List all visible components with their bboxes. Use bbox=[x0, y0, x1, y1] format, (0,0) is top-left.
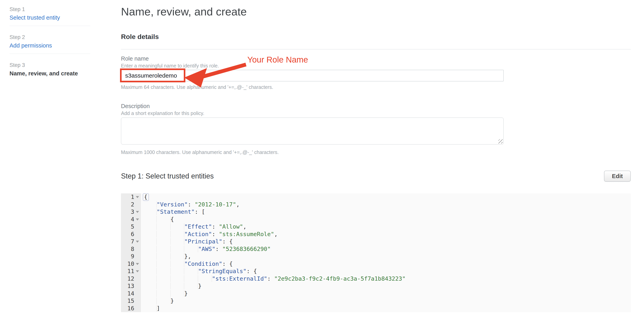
code-line: 7 "Principal": { bbox=[121, 238, 631, 245]
step-title-link[interactable]: Add permissions bbox=[10, 42, 90, 49]
code-line-text[interactable]: ] bbox=[141, 305, 160, 312]
policy-json-editor[interactable]: 1 { 2 "Version": "2012-10-17", 3 "Statem… bbox=[121, 193, 631, 312]
code-token: , bbox=[274, 231, 278, 238]
role-name-hint: Enter a meaningful name to identify this… bbox=[121, 63, 631, 69]
line-number: 13 bbox=[121, 283, 141, 290]
line-number: 12 bbox=[121, 275, 141, 283]
iam-create-role-page: Step 1 Select trusted entity Step 2 Add … bbox=[0, 0, 644, 321]
role-name-input[interactable] bbox=[121, 70, 504, 81]
code-line-text[interactable]: "Condition": { bbox=[141, 260, 233, 268]
code-token: { bbox=[143, 193, 149, 201]
line-number: 3 bbox=[121, 208, 141, 216]
code-token: "2012-10-17" bbox=[195, 201, 236, 208]
role-name-label: Role name bbox=[121, 55, 631, 62]
code-line: 11 "StringEquals": { bbox=[121, 268, 631, 275]
code-token: , bbox=[243, 223, 246, 230]
code-token: , bbox=[236, 201, 240, 208]
description-constraint: Maximum 1000 characters. Use alphanumeri… bbox=[121, 149, 631, 155]
code-line: 14 } bbox=[121, 290, 631, 298]
fold-toggle-icon[interactable] bbox=[136, 211, 139, 213]
code-line-text[interactable]: } bbox=[141, 290, 188, 298]
code-token: "Principal" bbox=[184, 238, 222, 245]
code-line: 2 "Version": "2012-10-17", bbox=[121, 201, 631, 208]
code-line-text[interactable]: { bbox=[141, 216, 174, 223]
code-token: "Statement" bbox=[157, 208, 195, 215]
code-token bbox=[143, 298, 170, 304]
code-token: { bbox=[170, 216, 174, 223]
role-details-heading: Role details bbox=[121, 32, 631, 41]
code-token: : { bbox=[222, 238, 233, 245]
fold-toggle-icon[interactable] bbox=[136, 270, 139, 272]
code-token: } bbox=[184, 290, 188, 297]
code-token: : bbox=[216, 246, 222, 252]
code-token bbox=[143, 238, 184, 245]
code-token bbox=[143, 216, 170, 223]
code-token: "2e9c2ba3-f9c2-4fb9-ac3a-5f7a1b843223" bbox=[274, 275, 405, 282]
code-line-text[interactable]: }, bbox=[141, 253, 191, 260]
code-line: 9 }, bbox=[121, 253, 631, 260]
line-number: 14 bbox=[121, 290, 141, 298]
code-line: 6 "Action": "sts:AssumeRole", bbox=[121, 231, 631, 238]
step-title-link[interactable]: Select trusted entity bbox=[10, 14, 90, 21]
fold-toggle-icon[interactable] bbox=[136, 196, 139, 198]
line-number: 6 bbox=[121, 231, 141, 238]
fold-toggle-icon[interactable] bbox=[136, 241, 139, 243]
code-line: 4 { bbox=[121, 216, 631, 223]
step-number-label: Step 3 bbox=[10, 62, 90, 68]
code-token bbox=[143, 261, 184, 267]
trusted-entities-heading: Step 1: Select trusted entities bbox=[121, 172, 214, 181]
code-line-text[interactable]: "Action": "sts:AssumeRole", bbox=[141, 231, 278, 238]
code-line: 16 ] bbox=[121, 305, 631, 312]
fold-toggle-icon[interactable] bbox=[136, 263, 139, 265]
code-line-text[interactable]: "AWS": "523683666290" bbox=[141, 245, 271, 253]
code-line: 10 "Condition": { bbox=[121, 260, 631, 268]
sidebar-step-3: Step 3 Name, review, and create bbox=[10, 62, 90, 77]
description-field-area bbox=[121, 118, 504, 144]
code-token bbox=[143, 268, 198, 275]
fold-toggle-icon[interactable] bbox=[136, 219, 139, 221]
code-line-text[interactable]: { bbox=[141, 193, 149, 201]
code-token: ] bbox=[157, 305, 160, 312]
code-line-text[interactable]: } bbox=[141, 283, 202, 290]
code-token bbox=[143, 283, 198, 289]
code-token: "523683666290" bbox=[222, 246, 271, 252]
step-number-label: Step 1 bbox=[10, 6, 90, 13]
code-line: 5 "Effect": "Allow", bbox=[121, 223, 631, 231]
edit-button[interactable]: Edit bbox=[604, 171, 631, 182]
code-token: : [ bbox=[195, 208, 205, 215]
code-token bbox=[143, 223, 184, 230]
line-number: 16 bbox=[121, 305, 141, 312]
code-line-text[interactable]: "sts:ExternalId": "2e9c2ba3-f9c2-4fb9-ac… bbox=[141, 275, 406, 283]
code-line-text[interactable]: "Version": "2012-10-17", bbox=[141, 201, 240, 208]
code-line: 3 "Statement": [ bbox=[121, 208, 631, 216]
line-number: 15 bbox=[121, 297, 141, 305]
code-token: } bbox=[198, 283, 202, 289]
code-line-text[interactable]: "Effect": "Allow", bbox=[141, 223, 246, 231]
code-token: "Allow" bbox=[219, 223, 243, 230]
code-line: 13 } bbox=[121, 283, 631, 290]
page-title: Name, review, and create bbox=[121, 5, 631, 18]
code-token: } bbox=[170, 298, 174, 304]
code-token bbox=[143, 246, 198, 252]
code-line-text[interactable]: "StringEquals": { bbox=[141, 268, 257, 275]
code-token: "StringEquals" bbox=[198, 268, 246, 275]
code-token bbox=[143, 305, 157, 312]
step-number-label: Step 2 bbox=[10, 34, 90, 40]
step-title-link: Name, review, and create bbox=[10, 70, 90, 77]
line-number: 1 bbox=[121, 193, 141, 201]
code-line-text[interactable]: "Statement": [ bbox=[141, 208, 205, 216]
description-hint: Add a short explanation for this policy. bbox=[121, 110, 631, 116]
code-line: 15 } bbox=[121, 297, 631, 305]
code-line-text[interactable]: } bbox=[141, 297, 174, 305]
description-label: Description bbox=[121, 102, 631, 110]
code-token bbox=[143, 253, 184, 260]
code-line-text[interactable]: "Principal": { bbox=[141, 238, 233, 245]
code-token: }, bbox=[184, 253, 191, 260]
line-number: 4 bbox=[121, 216, 141, 223]
code-token: "sts:AssumeRole" bbox=[219, 231, 274, 238]
code-token: "Effect" bbox=[184, 223, 212, 230]
code-token: : bbox=[267, 275, 274, 282]
description-textarea[interactable] bbox=[121, 118, 504, 144]
line-number: 7 bbox=[121, 238, 141, 245]
code-token bbox=[143, 290, 184, 297]
